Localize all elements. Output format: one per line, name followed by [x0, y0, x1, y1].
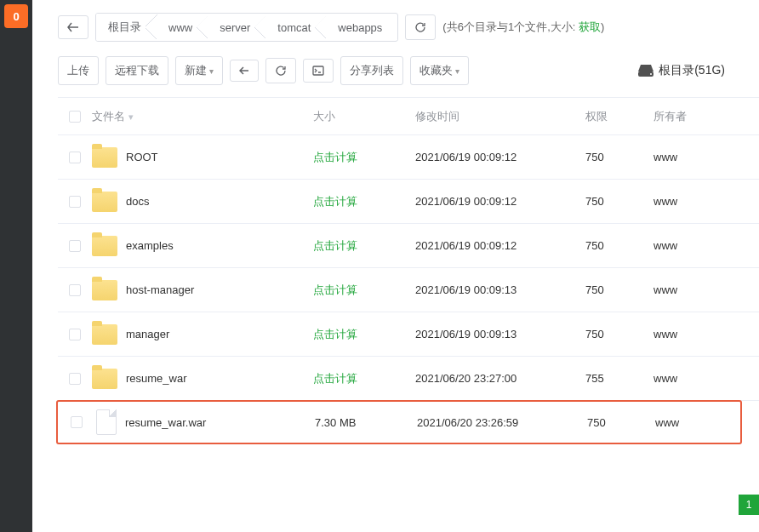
dir-info: (共6个目录与1个文件,大小: 获取)	[442, 20, 604, 35]
table-row[interactable]: docs点击计算2021/06/19 00:09:12750www	[58, 180, 759, 224]
create-button[interactable]: 新建▾	[175, 56, 223, 85]
file-time: 2021/06/20 23:26:59	[417, 416, 587, 429]
file-name[interactable]: examples	[126, 239, 174, 252]
file-perm: 750	[585, 195, 653, 208]
sidebar: 0	[0, 0, 32, 532]
table-row[interactable]: ROOT点击计算2021/06/19 00:09:12750www	[58, 135, 759, 180]
folder-icon	[92, 147, 117, 168]
file-perm: 755	[585, 372, 653, 385]
folder-icon	[92, 369, 117, 389]
file-owner: www	[653, 283, 730, 296]
file-time: 2021/06/19 00:09:12	[415, 151, 585, 163]
table-row[interactable]: manager点击计算2021/06/19 00:09:13750www	[58, 312, 759, 357]
file-name[interactable]: ROOT	[126, 151, 158, 163]
column-perm[interactable]: 权限	[585, 109, 653, 124]
table-body: ROOT点击计算2021/06/19 00:09:12750wwwdocs点击计…	[58, 135, 759, 444]
file-perm: 750	[585, 151, 653, 163]
share-list-button[interactable]: 分享列表	[340, 56, 403, 85]
file-owner: www	[653, 328, 730, 340]
file-time: 2021/06/19 00:09:12	[415, 239, 585, 252]
file-perm: 750	[585, 283, 653, 296]
folder-icon	[92, 280, 117, 300]
sort-icon: ▾	[128, 112, 134, 122]
breadcrumb-item-www[interactable]: www	[157, 15, 208, 40]
back-button[interactable]	[58, 15, 88, 39]
file-time: 2021/06/19 00:09:12	[415, 195, 585, 208]
breadcrumb-item-tomcat[interactable]: tomcat	[265, 15, 326, 40]
upload-button[interactable]: 上传	[58, 56, 99, 85]
disk-info: 根目录(51G)	[638, 63, 725, 78]
column-time[interactable]: 修改时间	[415, 109, 585, 124]
table-header: 文件名▾ 大小 修改时间 权限 所有者	[58, 98, 759, 135]
folder-icon	[92, 324, 117, 345]
logo[interactable]: 0	[4, 4, 28, 28]
column-owner[interactable]: 所有者	[653, 109, 730, 124]
table-row[interactable]: resume_war.war7.30 MB2021/06/20 23:26:59…	[56, 400, 742, 444]
page-indicator[interactable]: 1	[739, 495, 759, 515]
get-size-link[interactable]: 获取	[579, 20, 601, 33]
remote-download-button[interactable]: 远程下载	[106, 56, 168, 85]
folder-icon	[92, 192, 117, 212]
disk-icon	[638, 65, 653, 77]
refresh-breadcrumb-button[interactable]	[405, 14, 436, 40]
breadcrumb: 根目录 www server tomcat webapps	[95, 13, 398, 42]
file-perm: 750	[585, 328, 653, 340]
calc-size-link[interactable]: 点击计算	[313, 328, 357, 340]
column-name[interactable]: 文件名▾	[92, 109, 134, 124]
refresh-button[interactable]	[265, 58, 296, 83]
svg-point-1	[650, 73, 652, 75]
table-row[interactable]: host-manager点击计算2021/06/19 00:09:13750ww…	[58, 268, 759, 312]
calc-size-link[interactable]: 点击计算	[313, 151, 357, 163]
nav-back-button[interactable]	[230, 60, 259, 82]
breadcrumb-item-root[interactable]: 根目录	[96, 14, 157, 41]
file-name[interactable]: resume_war	[126, 372, 187, 385]
row-checkbox[interactable]	[69, 373, 81, 385]
row-checkbox[interactable]	[69, 196, 81, 208]
row-checkbox[interactable]	[71, 416, 83, 428]
file-name[interactable]: host-manager	[126, 283, 194, 296]
calc-size-link[interactable]: 点击计算	[313, 372, 357, 385]
file-time: 2021/06/19 00:09:13	[415, 283, 585, 296]
file-owner: www	[653, 239, 730, 252]
row-checkbox[interactable]	[69, 240, 81, 252]
file-owner: www	[653, 372, 730, 385]
column-size[interactable]: 大小	[313, 109, 415, 124]
file-name[interactable]: resume_war.war	[125, 416, 206, 429]
select-all-checkbox[interactable]	[69, 111, 81, 123]
folder-icon	[92, 236, 117, 256]
calc-size-link[interactable]: 点击计算	[313, 195, 357, 208]
file-name[interactable]: docs	[126, 195, 149, 208]
file-perm: 750	[587, 416, 655, 429]
calc-size-link[interactable]: 点击计算	[313, 283, 357, 296]
table-row[interactable]: examples点击计算2021/06/19 00:09:12750www	[58, 224, 759, 268]
file-owner: www	[653, 195, 730, 208]
file-name[interactable]: manager	[126, 328, 169, 340]
file-owner: www	[655, 416, 732, 429]
file-time: 2021/06/20 23:27:00	[415, 372, 585, 385]
file-owner: www	[653, 151, 730, 163]
chevron-down-icon: ▾	[209, 66, 214, 76]
svg-rect-0	[313, 66, 323, 75]
file-size: 7.30 MB	[315, 416, 356, 429]
breadcrumb-item-webapps[interactable]: webapps	[326, 15, 397, 40]
chevron-down-icon: ▾	[455, 66, 459, 76]
file-icon	[96, 409, 117, 435]
row-checkbox[interactable]	[69, 284, 81, 296]
file-perm: 750	[585, 239, 653, 252]
breadcrumb-item-server[interactable]: server	[208, 15, 265, 40]
row-checkbox[interactable]	[69, 152, 81, 163]
calc-size-link[interactable]: 点击计算	[313, 239, 357, 252]
favorites-button[interactable]: 收藏夹▾	[410, 56, 469, 85]
row-checkbox[interactable]	[69, 329, 81, 340]
file-time: 2021/06/19 00:09:13	[415, 328, 585, 340]
table-row[interactable]: resume_war点击计算2021/06/20 23:27:00755www	[58, 357, 759, 401]
terminal-button[interactable]	[303, 59, 334, 83]
